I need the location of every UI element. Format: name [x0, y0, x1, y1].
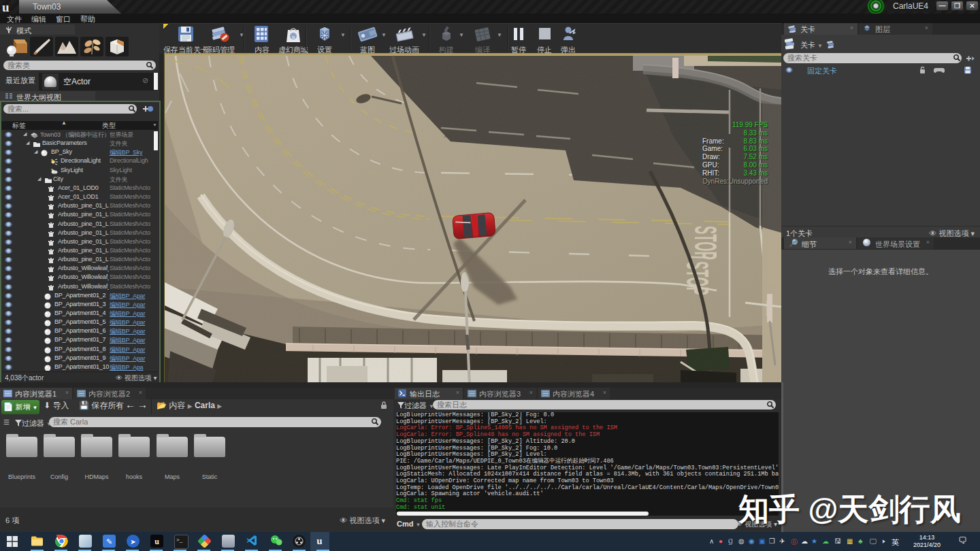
- svg-text:u: u: [292, 33, 295, 40]
